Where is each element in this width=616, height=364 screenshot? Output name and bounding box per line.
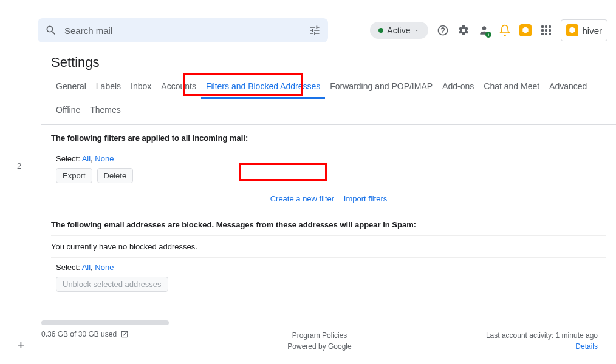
blocked-select-row: Select: All, None [51,258,606,274]
delete-button[interactable]: Delete [97,168,134,183]
tab-forwarding[interactable]: Forwarding and POP/IMAP [325,75,437,99]
page-title: Settings [51,55,616,70]
select-all-link[interactable]: All [82,154,91,163]
status-chip[interactable]: Active [370,22,428,39]
tab-advanced[interactable]: Advanced [544,75,592,99]
tab-general[interactable]: General [51,75,91,99]
export-button[interactable]: Export [56,168,92,183]
program-policies-link[interactable]: Program Policies [287,330,351,341]
sidebar-count: 2 [17,161,21,170]
details-link[interactable]: Details [486,341,598,352]
active-dot-icon [378,28,383,33]
activity-text: Last account activity: 1 minute ago [486,330,598,341]
tab-inbox[interactable]: Inbox [126,75,156,99]
scrollbar-horizontal[interactable] [41,320,169,325]
blocked-heading: The following email addresses are blocke… [51,212,606,235]
tab-offline[interactable]: Offline [51,99,85,121]
hiver-badge-icon[interactable] [519,24,532,36]
search-bar[interactable] [38,18,328,42]
hiver-logo-icon [566,24,578,36]
powered-by-text: Powered by Google [287,341,351,352]
blocked-empty-text: You currently have no blocked addresses. [51,236,606,257]
tab-accounts[interactable]: Accounts [156,75,201,99]
external-link-icon[interactable] [120,330,129,339]
tune-icon[interactable] [309,24,321,36]
search-input[interactable] [64,25,309,36]
person-add-icon[interactable]: + [478,24,490,36]
bell-icon[interactable] [499,24,511,36]
search-icon [45,24,57,36]
tab-addons[interactable]: Add-ons [437,75,479,99]
create-filter-link[interactable]: Create a new filter [270,194,335,203]
gear-icon[interactable] [457,24,470,36]
apps-icon[interactable] [540,24,552,36]
select-none-link[interactable]: None [95,154,114,163]
filters-select-row: Select: All, None [51,149,606,166]
blocked-select-all-link[interactable]: All [82,263,91,272]
tab-chat-meet[interactable]: Chat and Meet [479,75,544,99]
settings-tabs: General Labels Inbox Accounts Filters an… [51,75,606,121]
compose-plus-icon[interactable]: + [17,339,25,352]
hiver-label: hiver [582,25,602,36]
chevron-down-icon [414,27,420,33]
tab-themes[interactable]: Themes [85,99,126,121]
storage-info: 0.36 GB of 30 GB used [41,330,129,339]
unblock-button[interactable]: Unblock selected addresses [56,277,168,292]
tab-filters-blocked[interactable]: Filters and Blocked Addresses [201,75,325,99]
status-label: Active [387,25,410,35]
import-filters-link[interactable]: Import filters [344,194,388,203]
filters-heading: The following filters are applied to all… [51,125,606,149]
tab-labels[interactable]: Labels [91,75,126,99]
blocked-select-none-link[interactable]: None [95,263,114,272]
hiver-button[interactable]: hiver [561,19,607,41]
help-icon[interactable] [437,24,449,36]
